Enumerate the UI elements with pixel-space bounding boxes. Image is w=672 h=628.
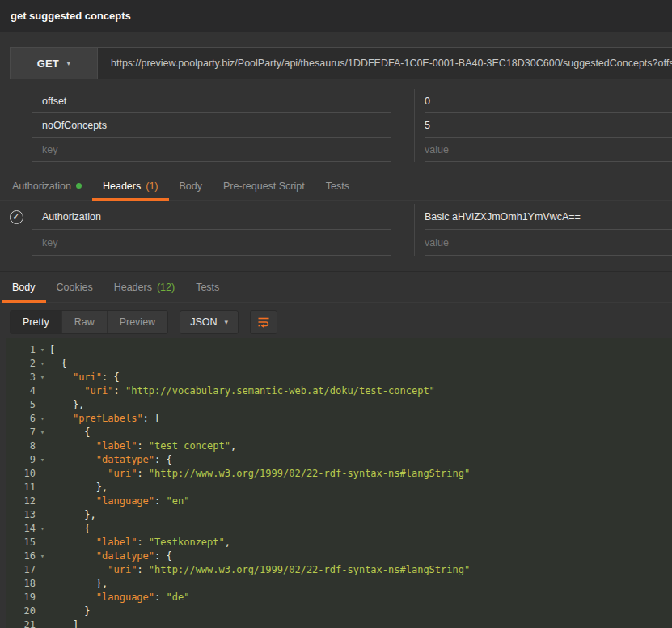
code-line: 15 "label": "Testkonzept", (6, 536, 672, 550)
param-value-input[interactable]: 0 (414, 89, 672, 113)
param-key-input[interactable]: key (32, 138, 414, 162)
fold-toggle-icon[interactable]: ▾ (36, 550, 49, 563)
code-line: 3▾ "uri": { (6, 371, 672, 384)
line-number: 12 (6, 494, 36, 508)
header-key-text: Authorization (42, 211, 101, 223)
tab-label: Body (12, 282, 36, 293)
fold-spacer (36, 439, 49, 453)
wrap-text-button[interactable] (250, 310, 277, 334)
param-key-input[interactable]: offset (32, 89, 414, 113)
code-text: }, (49, 508, 96, 522)
param-key-text: noOfConcepts (42, 120, 107, 131)
request-tabs: Authorization Headers (1) Body Pre-reque… (0, 172, 672, 201)
chevron-down-icon: ▾ (224, 318, 228, 326)
header-value-input[interactable]: value (414, 230, 672, 256)
param-value-input[interactable]: 5 (414, 113, 672, 138)
tab-response-headers[interactable]: Headers (12) (104, 272, 185, 302)
url-bar: GET ▾ https://preview.poolparty.biz/Pool… (10, 47, 672, 79)
param-row-empty: key value (0, 138, 672, 162)
request-title-bar: get suggested concepts (0, 0, 672, 32)
line-number: 18 (6, 577, 36, 591)
code-text: "datatype": { (49, 453, 172, 467)
auth-configured-dot-icon (76, 183, 82, 189)
header-row: ✓ Authorization Basic aHViZXJmOmh1YmVwcA… (0, 204, 672, 230)
param-row-lead (0, 138, 32, 162)
tab-label: Headers (103, 180, 141, 192)
check-icon: ✓ (13, 213, 19, 221)
tab-response-tests[interactable]: Tests (185, 272, 230, 302)
tab-headers[interactable]: Headers (1) (92, 172, 169, 200)
tab-label: Body (180, 180, 203, 192)
fold-toggle-icon[interactable]: ▾ (36, 522, 49, 536)
code-text: "language": "en" (49, 494, 189, 508)
param-value-placeholder: value (425, 144, 449, 155)
code-text: "uri": "http://www.w3.org/1999/02/22-rdf… (49, 467, 470, 481)
fold-toggle-icon[interactable]: ▾ (36, 453, 49, 467)
fold-toggle-icon[interactable]: ▾ (36, 343, 49, 357)
response-toolbar: Pretty Raw Preview JSON ▾ (0, 306, 672, 338)
line-number: 10 (6, 467, 36, 481)
fold-spacer (36, 618, 49, 628)
code-line: 14▾ { (6, 522, 672, 536)
line-number: 9 (6, 453, 36, 467)
tab-label: Cookies (57, 282, 93, 293)
code-line: 4 "uri": "http://vocabulary.semantic-web… (6, 384, 672, 398)
fold-toggle-icon[interactable]: ▾ (36, 371, 49, 384)
header-key-input[interactable]: Authorization (32, 204, 414, 230)
code-line: 10 "uri": "http://www.w3.org/1999/02/22-… (6, 467, 672, 481)
header-key-input[interactable]: key (32, 230, 414, 256)
params-table: offset 0 noOfConcepts 5 key value (0, 89, 672, 162)
line-number: 19 (6, 591, 36, 605)
line-number: 14 (6, 522, 36, 536)
tab-authorization[interactable]: Authorization (2, 172, 92, 200)
code-line: 19 "language": "de" (6, 591, 672, 605)
line-number: 16 (6, 550, 36, 563)
code-text: ] (49, 618, 78, 628)
fold-toggle-icon[interactable]: ▾ (36, 357, 49, 371)
url-input[interactable]: https://preview.poolparty.biz/PoolParty/… (98, 48, 672, 78)
fold-toggle-icon[interactable]: ▾ (36, 412, 49, 426)
code-text: "datatype": { (49, 550, 172, 563)
method-select[interactable]: GET ▾ (11, 48, 98, 78)
param-key-input[interactable]: noOfConcepts (32, 113, 414, 138)
view-mode-preview[interactable]: Preview (107, 311, 167, 333)
code-text: "label": "test concept", (49, 439, 236, 453)
line-number: 6 (6, 412, 36, 426)
line-number: 4 (6, 384, 36, 398)
line-number: 15 (6, 536, 36, 550)
line-number: 21 (6, 618, 36, 628)
tab-tests[interactable]: Tests (315, 172, 360, 200)
fold-spacer (36, 508, 49, 522)
tab-label: Tests (196, 282, 219, 293)
code-text: { (49, 426, 91, 439)
param-row-lead (0, 113, 32, 138)
param-row: noOfConcepts 5 (0, 113, 672, 138)
header-row-lead: ✓ (0, 204, 32, 230)
method-label: GET (37, 57, 59, 70)
format-select[interactable]: JSON ▾ (180, 310, 239, 334)
tab-response-body[interactable]: Body (2, 272, 46, 302)
tab-body[interactable]: Body (169, 172, 213, 200)
code-text: "uri": "http://vocabulary.semantic-web.a… (49, 384, 435, 398)
response-tabs: Body Cookies Headers (12) Tests (0, 272, 672, 303)
code-text: }, (49, 398, 84, 412)
code-text: }, (49, 481, 108, 494)
tab-pre-request-script[interactable]: Pre-request Script (213, 172, 315, 200)
header-value-input[interactable]: Basic aHViZXJmOmh1YmVwcA== (414, 204, 672, 230)
code-text: [ (49, 343, 55, 357)
tab-response-cookies[interactable]: Cookies (46, 272, 104, 302)
row-enabled-checkbox[interactable]: ✓ (10, 210, 23, 224)
request-response-divider[interactable] (0, 256, 672, 272)
code-text: "uri": { (49, 371, 120, 384)
line-number: 5 (6, 398, 36, 412)
line-number: 8 (6, 439, 36, 453)
code-line: 11 }, (6, 481, 672, 494)
response-body-viewer[interactable]: 1▾[2▾ {3▾ "uri": {4 "uri": "http://vocab… (6, 338, 672, 628)
view-mode-raw[interactable]: Raw (61, 311, 107, 333)
code-line: 18 }, (6, 577, 672, 591)
line-number: 13 (6, 508, 36, 522)
fold-toggle-icon[interactable]: ▾ (36, 426, 49, 439)
view-mode-pretty[interactable]: Pretty (11, 311, 61, 333)
wrap-text-icon (256, 315, 271, 329)
param-value-input[interactable]: value (414, 138, 672, 162)
